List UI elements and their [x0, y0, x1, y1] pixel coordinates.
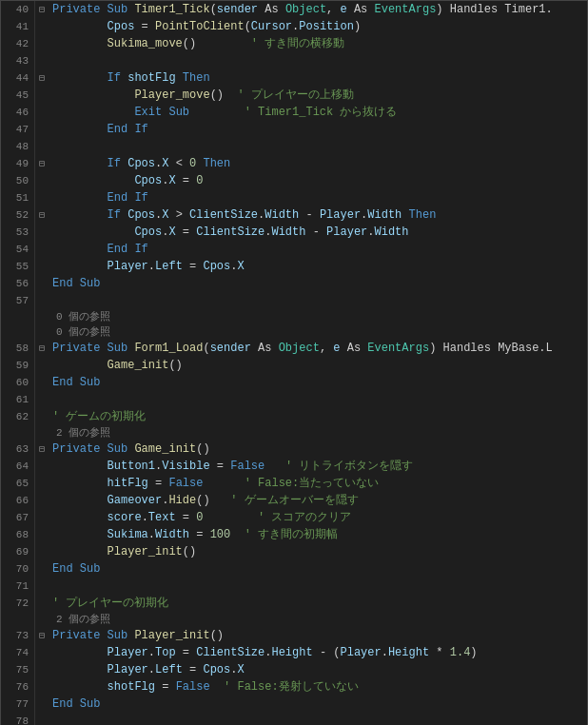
ref-badge-line: 2 個の参照 [52, 612, 587, 627]
param-token: Cpos [134, 172, 162, 189]
prop-token: ClientSize [196, 224, 265, 241]
line-number: 71 [1, 578, 34, 595]
prop-token: Visible [162, 458, 209, 475]
line-number: 40 [1, 1, 34, 18]
fold-placeholder [35, 560, 49, 578]
kw-token: Exit Sub [134, 104, 189, 121]
op-token: () [210, 87, 224, 104]
code-line [52, 578, 587, 595]
fold-button[interactable]: ⊟ [35, 155, 49, 172]
kw-token: Private Sub [52, 340, 134, 357]
line-number: 61 [1, 391, 34, 408]
fold-placeholder [35, 52, 49, 69]
line-number: 69 [1, 543, 34, 560]
num-token: 0 [196, 509, 203, 526]
op-token: ( [203, 340, 209, 357]
fn-token: Game_init [108, 357, 169, 374]
fold-placeholder [35, 391, 49, 408]
prop-token: Text [148, 509, 176, 526]
code-line: End If [52, 189, 587, 206]
fold-button[interactable]: ⊟ [35, 627, 49, 644]
fold-placeholder [35, 104, 49, 121]
param-token: shotFlg [108, 678, 155, 696]
code-line: Exit Sub ' Timer1_Tick から抜ける [52, 104, 587, 121]
code-line: score.Text = 0 ' スコアのクリア [52, 509, 587, 526]
op-token: ) Handles MyBase.L [429, 340, 553, 357]
code-line: If Cpos.X > ClientSize.Width - Player.Wi… [52, 206, 587, 224]
fold-placeholder [35, 696, 49, 713]
code-line: Sukima.Width = 100 ' すき間の初期幅 [52, 526, 587, 543]
fn-token: Sukima_move [108, 35, 183, 52]
fold-placeholder [35, 543, 49, 560]
ref-badge-line: 2 個の参照 [52, 425, 587, 441]
prop-token: X [162, 206, 168, 224]
code-line: hitFlg = False ' False:当たっていない [52, 475, 587, 492]
fold-placeholder [35, 189, 49, 206]
kw-token: End Sub [52, 560, 100, 578]
fold-placeholder [35, 713, 49, 725]
op-token: . [382, 644, 388, 661]
type-token: Object [279, 340, 320, 357]
op-token: = [155, 678, 176, 696]
op-token: . [155, 206, 162, 224]
code-line: End Sub [52, 560, 587, 578]
ref-badge-line: 0 個の参照 [52, 324, 587, 340]
line-number: 63 [1, 441, 34, 458]
param-token: Cpos [127, 206, 155, 224]
kw-token: If [108, 206, 128, 224]
line-number: 45 [1, 87, 34, 104]
num-token: 0 [189, 155, 196, 172]
fold-button[interactable]: ⊟ [35, 340, 49, 357]
fold-button[interactable]: ⊟ [35, 441, 49, 458]
kw-token: Then [176, 69, 210, 87]
prop-token: Height [388, 644, 429, 661]
code-line: End If [52, 241, 587, 258]
fold-placeholder [35, 644, 49, 661]
op-token: < [168, 155, 189, 172]
fold-placeholder [35, 121, 49, 138]
code-line: shotFlg = False ' False:発射していない [52, 678, 587, 696]
op-token: . [162, 224, 168, 241]
op-token: . [265, 224, 271, 241]
op-token: . [155, 458, 162, 475]
fold-placeholder [35, 138, 49, 155]
kw-token: Then [402, 206, 436, 224]
code-line [52, 713, 587, 725]
prop-token: Width [271, 224, 305, 241]
param-token: Cpos [203, 258, 230, 275]
op-token: = [189, 526, 210, 543]
op-token: . [361, 206, 367, 224]
prop-token: ClientSize [189, 206, 258, 224]
kw-token: If [108, 155, 128, 172]
fold-button[interactable]: ⊟ [35, 1, 49, 18]
fold-placeholder [35, 492, 49, 509]
op-token: () [196, 441, 209, 458]
param-token: Cpos [127, 155, 155, 172]
kw-token: End Sub [52, 374, 100, 391]
line-number: 74 [1, 644, 34, 661]
fold-gutter[interactable]: ⊟⊟⊟⊟⊟⊟⊟⊟⊟ [35, 1, 49, 725]
kw-token: False [230, 458, 265, 475]
code-line: If Cpos.X < 0 Then [52, 155, 587, 172]
op-token: . [148, 661, 155, 678]
line-number: 49 [1, 155, 34, 172]
fn-token: Timer1_Tick [134, 1, 209, 18]
prop-token: X [237, 258, 244, 275]
fold-button[interactable]: ⊟ [35, 69, 49, 87]
code-line: Sukima_move() ' すき間の横移動 [52, 35, 587, 52]
op-token: - [305, 224, 326, 241]
code-line: Private Sub Player_init() [52, 627, 587, 644]
type-token: Object [285, 1, 326, 18]
comment-token: ' ゲームの初期化 [52, 408, 146, 425]
code-line: Cpos = PointToClient(Cursor.Position) [52, 18, 587, 35]
comment-token: ' Timer1_Tick から抜ける [189, 104, 397, 121]
line-number-gutter: 404142434445464748495051525354555657 585… [1, 1, 35, 725]
fold-button[interactable]: ⊟ [35, 206, 49, 224]
code-line: Player.Top = ClientSize.Height - (Player… [52, 644, 587, 661]
code-line: Player.Left = Cpos.X [52, 258, 587, 275]
line-number: 56 [1, 275, 34, 292]
op-token: As [347, 1, 375, 18]
kw-token: Private Sub [52, 627, 134, 644]
op-token: . [148, 258, 155, 275]
prop-token: X [237, 661, 244, 678]
